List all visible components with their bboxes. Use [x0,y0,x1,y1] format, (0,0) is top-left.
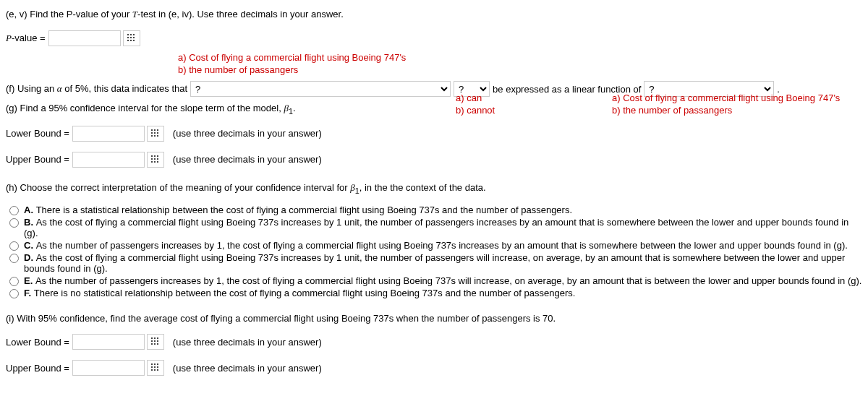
question-h: (h) Choose the correct interpretation of… [6,182,862,299]
svg-rect-11 [157,129,158,131]
svg-rect-13 [154,132,156,134]
h-prompt: (h) Choose the correct interpretation of… [6,182,486,195]
h-option-row: A. There is a statistical relationship b… [6,205,862,215]
svg-rect-15 [151,135,153,137]
question-f: a) Cost of flying a commercial flight us… [6,52,862,97]
i-lower-hint: (use three decimals in your answer) [173,337,322,348]
h-option-radio[interactable] [9,206,19,215]
svg-rect-38 [157,363,158,365]
pvalue-label: P-value = [6,33,46,44]
svg-rect-0 [127,34,129,35]
f-text: (f) Using an α of 5%, this data indicate… [6,83,187,95]
h-option-label: C. As the number of passengers increases… [24,240,848,251]
svg-rect-1 [130,34,132,35]
f-annot3-b: b) the number of passangers [612,105,840,117]
svg-rect-27 [151,337,153,339]
h-option-label: E. As the number of passengers increases… [24,275,861,286]
i-lower-input[interactable] [72,334,145,350]
svg-rect-44 [157,369,158,371]
h-option-radio[interactable] [9,254,19,263]
question-e-v: (e, v) Find the P-value of your T-test i… [6,9,862,46]
g-lower-hint: (use three decimals in your answer) [173,128,322,139]
svg-rect-29 [157,337,158,339]
i-upper-hint: (use three decimals in your answer) [173,363,322,374]
svg-rect-14 [157,132,158,134]
f-annot3-a: a) Cost of flying a commercial flight us… [612,92,840,105]
h-option-radio[interactable] [9,241,19,251]
svg-rect-36 [151,363,153,365]
g-lower-input[interactable] [72,126,145,142]
h-option-radio[interactable] [9,277,19,286]
svg-rect-2 [133,34,135,35]
svg-rect-24 [151,161,153,163]
svg-rect-6 [127,40,129,41]
pvalue-input[interactable] [48,30,121,46]
f-annot2-b: b) cannot [456,105,495,117]
svg-rect-35 [157,343,158,345]
i-upper-input[interactable] [72,360,145,376]
h-option-radio[interactable] [9,289,19,298]
question-i: (i) With 95% confidence, find the averag… [6,313,862,376]
h-option-label: D. As the cost of flying a commercial fl… [24,252,862,274]
svg-rect-41 [157,366,158,368]
svg-rect-3 [127,37,129,38]
h-option-radio[interactable] [9,218,19,228]
svg-rect-19 [154,155,156,157]
grid-icon[interactable] [147,360,164,376]
svg-rect-31 [154,340,156,342]
svg-rect-5 [133,37,135,38]
svg-rect-23 [157,158,158,160]
g-lower-label: Lower Bound = [6,128,69,139]
h-option-row: F. There is no statistical relationship … [6,288,862,298]
svg-rect-42 [151,369,153,371]
h-option-label: F. There is no statistical relationship … [24,288,575,298]
svg-rect-21 [151,158,153,160]
i-lower-label: Lower Bound = [6,337,69,348]
svg-rect-22 [154,158,156,160]
svg-rect-18 [151,155,153,157]
g-prompt: (g) Find a 95% confidence interval for t… [6,103,296,116]
g-upper-hint: (use three decimals in your answer) [173,154,322,165]
i-prompt: (i) With 95% confidence, find the averag… [6,313,556,324]
svg-rect-30 [151,340,153,342]
i-upper-label: Upper Bound = [6,363,69,374]
svg-rect-34 [154,343,156,345]
svg-rect-7 [130,40,132,41]
svg-rect-20 [157,155,158,157]
svg-rect-10 [154,129,156,131]
h-option-row: D. As the cost of flying a commercial fl… [6,252,862,274]
grid-icon[interactable] [147,334,164,350]
g-upper-input[interactable] [72,152,145,168]
svg-rect-16 [154,135,156,137]
svg-rect-9 [151,129,153,131]
svg-rect-26 [157,161,158,163]
svg-rect-43 [154,369,156,371]
f-annot1-b: b) the number of passangers [178,64,406,77]
h-option-row: C. As the number of passengers increases… [6,240,862,251]
svg-rect-25 [154,161,156,163]
svg-rect-12 [151,132,153,134]
grid-icon[interactable] [147,152,164,168]
grid-icon[interactable] [147,126,164,142]
svg-rect-17 [157,135,158,137]
h-option-row: E. As the number of passengers increases… [6,275,862,286]
h-option-label: A. There is a statistical relationship b… [24,205,572,215]
svg-rect-37 [154,363,156,365]
f-annot2-a: a) can [456,92,495,105]
svg-rect-4 [130,37,132,38]
svg-rect-28 [154,337,156,339]
ev-prompt: (e, v) Find the P-value of your T-test i… [6,9,344,20]
svg-rect-8 [133,40,135,41]
f-select-1[interactable]: ? [190,81,451,97]
svg-rect-39 [151,366,153,368]
svg-rect-32 [157,340,158,342]
g-upper-label: Upper Bound = [6,154,69,165]
svg-rect-40 [154,366,156,368]
grid-icon[interactable] [123,30,140,46]
svg-rect-33 [151,343,153,345]
h-option-label: B. As the cost of flying a commercial fl… [24,217,862,238]
f-annot1-a: a) Cost of flying a commercial flight us… [178,52,406,64]
h-option-row: B. As the cost of flying a commercial fl… [6,217,862,238]
